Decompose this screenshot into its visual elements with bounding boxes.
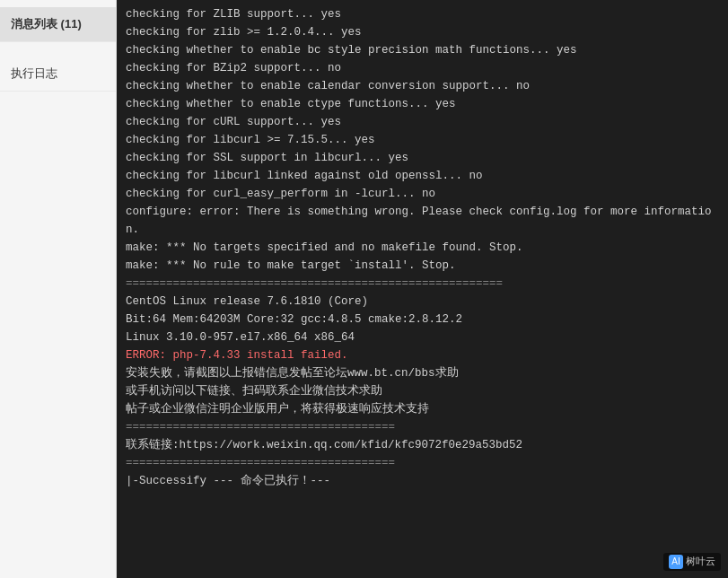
sidebar-messages-label: 消息列表 (11)	[11, 17, 82, 31]
terminal-line: checking for ZLIB support... yes	[126, 8, 341, 21]
terminal-line: checking for libcurl >= 7.15.5... yes	[126, 134, 375, 146]
terminal-line: CentOS Linux release 7.6.1810 (Core)	[126, 295, 368, 308]
sidebar: 消息列表 (11) 执行日志	[0, 0, 117, 578]
watermark: AI树叶云	[663, 553, 721, 571]
terminal-line: 联系链接:https://work.weixin.qq.com/kfid/kfc…	[126, 439, 522, 451]
terminal-line: checking whether to enable ctype functio…	[126, 98, 456, 110]
terminal-line: checking for cURL support... yes	[126, 116, 341, 128]
sidebar-item-logs[interactable]: 执行日志	[0, 57, 116, 92]
terminal-line: checking for SSL support in libcurl... y…	[126, 152, 408, 164]
terminal-line: ========================================…	[126, 277, 503, 290]
terminal-line: configure: error: There is something wro…	[126, 206, 712, 236]
terminal-line: 或手机访问以下链接、扫码联系企业微信技术求助	[126, 385, 382, 398]
terminal-line: Bit:64 Mem:64203M Core:32 gcc:4.8.5 cmak…	[126, 313, 462, 326]
terminal-line: Linux 3.10.0-957.el7.x86_64 x86_64	[126, 331, 355, 344]
terminal-line: checking for zlib >= 1.2.0.4... yes	[126, 26, 362, 39]
terminal-line: checking whether to enable bc style prec…	[126, 44, 577, 57]
terminal-line: ERROR: php-7.4.33 install failed.	[126, 349, 348, 362]
terminal-line: |-Successify --- 命令已执行！---	[126, 475, 330, 487]
terminal-line: 安装失败，请截图以上报错信息发帖至论坛www.bt.cn/bbs求助	[126, 367, 459, 380]
terminal-line: checking for BZip2 support... no	[126, 62, 341, 74]
watermark-icon: AI	[669, 555, 683, 569]
terminal-line: checking for libcurl linked against old …	[126, 170, 483, 182]
terminal-line: ========================================	[126, 457, 395, 469]
sidebar-spacer	[0, 42, 116, 57]
terminal-line: ========================================	[126, 421, 395, 434]
terminal-line: make: *** No rule to make target `instal…	[126, 259, 456, 272]
sidebar-logs-label: 执行日志	[11, 66, 57, 80]
terminal-line: make: *** No targets specified and no ma…	[126, 241, 523, 254]
terminal-line: checking whether to enable calendar conv…	[126, 80, 530, 92]
terminal-line: checking for curl_easy_perform in -lcurl…	[126, 188, 435, 200]
sidebar-item-messages[interactable]: 消息列表 (11)	[0, 7, 116, 42]
terminal-panel: checking for ZLIB support... yes checkin…	[117, 0, 728, 578]
watermark-text: 树叶云	[686, 556, 715, 566]
terminal-line: 帖子或企业微信注明企业版用户，将获得极速响应技术支持	[126, 403, 429, 416]
terminal-output: checking for ZLIB support... yes checkin…	[126, 5, 719, 490]
